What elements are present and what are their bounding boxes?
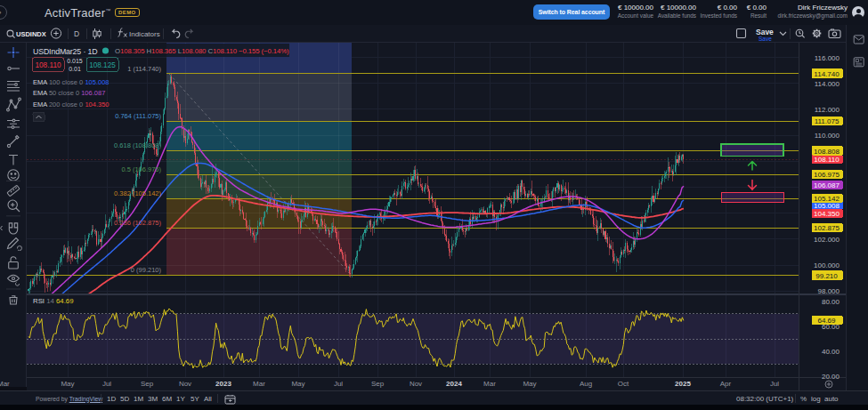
svg-text:64.69: 64.69 — [817, 317, 836, 325]
svg-text:Nov: Nov — [410, 380, 422, 388]
svg-text:106.975: 106.975 — [814, 171, 840, 179]
svg-text:1 (114.740): 1 (114.740) — [127, 65, 161, 73]
svg-text:108.110: 108.110 — [36, 61, 61, 69]
svg-text:20.00: 20.00 — [822, 373, 840, 381]
svg-text:EMA 50 close 0 106.087: EMA 50 close 0 106.087 — [33, 89, 105, 97]
svg-text:0 (99.210): 0 (99.210) — [131, 266, 162, 274]
svg-text:O108.305 H108.365 L108.080 C10: O108.305 H108.365 L108.080 C108.110 −0.1… — [115, 47, 289, 55]
svg-text:Mar: Mar — [253, 380, 265, 388]
svg-text:0.5 (106.975): 0.5 (106.975) — [121, 165, 161, 173]
svg-text:100.000: 100.000 — [814, 261, 840, 269]
svg-text:105.142: 105.142 — [814, 195, 840, 203]
svg-text:EMA 200 close 0 104.350: EMA 200 close 0 104.350 — [33, 100, 110, 109]
svg-text:108.125: 108.125 — [89, 61, 116, 69]
svg-text:Nov: Nov — [179, 380, 191, 388]
svg-text:102.000: 102.000 — [814, 236, 840, 244]
svg-text:0.015: 0.015 — [67, 58, 83, 64]
svg-text:May: May — [291, 380, 304, 388]
svg-text:0.618 (108.808): 0.618 (108.808) — [114, 141, 161, 149]
svg-text:Jul: Jul — [102, 380, 111, 388]
svg-text:2023: 2023 — [215, 380, 231, 388]
svg-text:111.075: 111.075 — [815, 117, 840, 125]
svg-text:0.01: 0.01 — [69, 66, 81, 72]
svg-text:110.000: 110.000 — [815, 132, 840, 140]
svg-text:RSI 14 64.69: RSI 14 64.69 — [33, 297, 74, 305]
svg-text:98.000: 98.000 — [818, 287, 840, 295]
svg-text:May: May — [523, 380, 536, 388]
svg-text:106.087: 106.087 — [814, 181, 840, 189]
svg-text:40.00: 40.00 — [822, 348, 840, 356]
svg-text:0.382 (105.142): 0.382 (105.142) — [114, 189, 161, 197]
svg-text:Sep: Sep — [371, 380, 385, 388]
svg-text:Apr: Apr — [720, 380, 732, 388]
svg-text:Jul: Jul — [770, 380, 779, 388]
svg-text:2024: 2024 — [446, 380, 462, 388]
svg-text:105.008: 105.008 — [814, 202, 840, 210]
svg-text:114.000: 114.000 — [815, 80, 840, 88]
svg-text:108.110: 108.110 — [814, 156, 840, 164]
svg-text:0.764 (111.075): 0.764 (111.075) — [115, 112, 161, 120]
svg-text:Aug: Aug — [580, 380, 592, 388]
svg-text:Oct: Oct — [618, 380, 629, 388]
svg-text:114.740: 114.740 — [814, 70, 840, 78]
svg-text:99.210: 99.210 — [815, 272, 838, 280]
svg-text:112.000: 112.000 — [815, 106, 840, 114]
svg-text:104.350: 104.350 — [814, 210, 840, 218]
svg-text:Mar: Mar — [483, 380, 496, 388]
svg-text:Jul: Jul — [334, 380, 343, 388]
svg-text:108.808: 108.808 — [814, 148, 840, 156]
svg-text:Sep: Sep — [141, 380, 154, 388]
svg-text:116.000: 116.000 — [815, 54, 840, 62]
svg-text:2025: 2025 — [675, 380, 691, 388]
svg-text:0.236 (102.875): 0.236 (102.875) — [114, 219, 161, 227]
svg-text:80.00: 80.00 — [822, 298, 840, 306]
svg-text:USDIndMar25 · 1D: USDIndMar25 · 1D — [33, 47, 97, 56]
svg-text:May: May — [61, 380, 74, 388]
svg-text:102.875: 102.875 — [814, 224, 840, 232]
svg-text:EMA 100 close 0 105.008: EMA 100 close 0 105.008 — [33, 78, 110, 86]
